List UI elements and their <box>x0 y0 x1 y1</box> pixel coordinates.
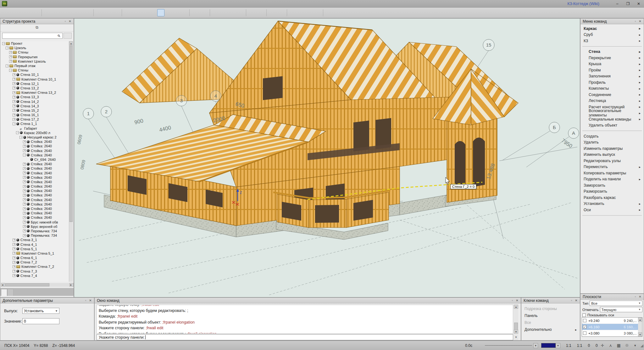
command-menu-item[interactable]: Удалить <box>580 139 644 146</box>
command-menu-item[interactable]: Переместить <box>580 164 644 170</box>
tree-item[interactable]: Стена 12_1 <box>1 82 69 86</box>
toolbar-button[interactable] <box>210 9 213 16</box>
value-input[interactable] <box>22 318 59 324</box>
show-axes-checkbox[interactable] <box>582 313 586 317</box>
toolbar-button[interactable] <box>122 9 125 16</box>
command-menu-item[interactable]: Поделить на панели <box>580 176 644 183</box>
command-scrollbar[interactable]: ▲ ▼ <box>514 305 518 334</box>
scrollbar-thumb[interactable] <box>5 283 49 286</box>
tree-item[interactable]: Стойка: 2640 <box>1 202 69 206</box>
tree-item[interactable]: Стена 14_2 <box>1 99 69 104</box>
expand-toggle-icon[interactable] <box>23 172 26 174</box>
expand-toggle-icon[interactable] <box>23 189 26 192</box>
close-button[interactable]: ✕ <box>633 0 644 8</box>
command-input[interactable]: Укажите сторону панели: <box>97 334 513 340</box>
command-menu-item[interactable]: Профиль <box>580 79 644 86</box>
scroll-right-icon[interactable]: ► <box>69 283 74 287</box>
expand-toggle-icon[interactable] <box>23 194 26 197</box>
scroll-down-icon[interactable]: ▼ <box>638 332 642 336</box>
toolbar-button[interactable] <box>230 9 237 16</box>
toolbar-button[interactable] <box>42 9 44 16</box>
toolbar-button[interactable] <box>77 9 84 16</box>
crosshair-icon[interactable]: ✛ <box>599 342 606 349</box>
expand-toggle-icon[interactable] <box>23 216 26 219</box>
expand-toggle-icon[interactable] <box>13 274 15 277</box>
menu-item[interactable] <box>60 0 66 8</box>
expand-toggle-icon[interactable] <box>19 136 22 139</box>
status-more-icon[interactable]: ▼ <box>632 342 639 349</box>
expand-toggle-icon[interactable] <box>23 154 26 156</box>
menu-item[interactable] <box>22 0 29 8</box>
panel-tab[interactable] <box>7 289 14 296</box>
tree-item[interactable]: Комплект Стена 10_1 <box>1 77 69 82</box>
expand-toggle-icon[interactable] <box>13 252 15 255</box>
command-menu-item[interactable]: Заполнения <box>580 73 644 80</box>
panel-tab[interactable] <box>1 289 7 296</box>
menu-item[interactable] <box>54 0 60 8</box>
toolbar-button[interactable] <box>299 9 306 16</box>
pin-icon[interactable]: ▫ <box>63 19 68 24</box>
toolbar-button[interactable] <box>270 9 278 16</box>
expand-toggle-icon[interactable] <box>23 225 26 228</box>
tree-item[interactable]: Комплект Стена 7_2 <box>1 264 69 269</box>
tree-item[interactable]: Проект <box>1 41 69 46</box>
scale-ratio-2[interactable]: 1:1 <box>577 343 582 348</box>
plane-row[interactable]: +9.240 9 240,... <box>582 318 642 324</box>
tree-item[interactable]: Стена 16_1 <box>1 113 69 117</box>
expand-toggle-icon[interactable] <box>23 234 26 237</box>
tree-item[interactable]: Стойка: 2640 <box>1 211 69 215</box>
command-key-item[interactable]: Подрезка стороны <box>521 305 580 312</box>
toolbar-button[interactable] <box>53 9 61 16</box>
toolbar-button[interactable] <box>222 9 229 16</box>
expand-toggle-icon[interactable] <box>23 180 26 183</box>
toolbar-button[interactable] <box>157 9 164 16</box>
plane-scrollbar[interactable]: ▲ ▼ <box>638 318 642 336</box>
command-key-item[interactable]: Все <box>521 319 580 326</box>
command-menu-item[interactable]: Крыша <box>580 61 644 67</box>
release-select[interactable]: Установить▼ <box>22 308 59 314</box>
expand-toggle-icon[interactable] <box>13 114 15 116</box>
tree-item[interactable]: Каркас 200x80 л <box>1 131 69 135</box>
expand-toggle-icon[interactable] <box>13 100 15 103</box>
toolbar-button[interactable] <box>142 9 149 16</box>
restore-button[interactable]: ❐ <box>623 0 633 8</box>
scroll-up-icon[interactable]: ▲ <box>69 41 73 45</box>
command-menu-item[interactable]: Соединение <box>580 92 644 98</box>
command-menu-item[interactable]: Разморозить <box>580 189 644 195</box>
scroll-down-icon[interactable]: ▼ <box>514 330 518 334</box>
tree-item[interactable]: Стена 1_1 <box>1 121 69 126</box>
toolbar-button[interactable] <box>214 9 221 16</box>
tree-item[interactable]: Первый этаж <box>1 64 69 68</box>
toolbar-button[interactable] <box>250 9 257 16</box>
toolbar-button[interactable] <box>314 9 322 16</box>
tree-item[interactable]: Стена 7_3 <box>1 269 69 274</box>
expand-toggle-icon[interactable] <box>13 82 15 85</box>
command-menu-item[interactable]: Оси <box>580 207 644 213</box>
scroll-up-icon[interactable]: ▲ <box>638 318 642 322</box>
tree-item[interactable]: Стена 17_2 <box>1 117 69 121</box>
close-icon[interactable]: ✕ <box>68 19 72 24</box>
toolbar-button[interactable] <box>149 9 157 16</box>
tree-item[interactable]: Стена 6_1 <box>1 256 69 260</box>
toolbar-button[interactable] <box>126 9 133 16</box>
toolbar-button[interactable] <box>165 9 172 16</box>
expand-toggle-icon[interactable] <box>23 207 26 210</box>
tree-item[interactable]: Комплект Стена 5_1 <box>1 251 69 256</box>
expand-toggle-icon[interactable] <box>13 239 15 241</box>
expand-toggle-icon[interactable] <box>13 91 15 94</box>
toolbar-button[interactable] <box>189 9 192 16</box>
close-icon[interactable]: ✕ <box>638 19 642 24</box>
close-icon[interactable]: ✕ <box>574 298 579 303</box>
tree-item[interactable]: Стойка: 2640 <box>1 184 69 189</box>
current-color-swatch[interactable] <box>541 343 556 348</box>
expand-toggle-icon[interactable] <box>6 47 8 49</box>
tree-item[interactable]: Несущий каркас 2 <box>1 135 69 139</box>
toolbar-button[interactable] <box>134 9 141 16</box>
tree-horizontal-scrollbar[interactable]: ◄ ► <box>1 283 74 287</box>
expand-toggle-icon[interactable] <box>13 118 15 121</box>
command-menu-item[interactable]: Заморозить <box>580 182 644 189</box>
expand-toggle-icon[interactable] <box>13 78 15 81</box>
menu-item[interactable] <box>35 0 41 8</box>
pin-icon[interactable]: ▫ <box>569 298 574 303</box>
search-input[interactable] <box>2 33 63 39</box>
